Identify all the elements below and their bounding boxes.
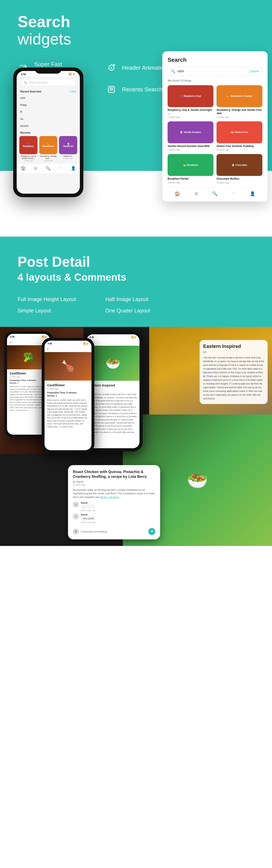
nav-home[interactable]: 🏠 — [21, 166, 26, 170]
modal-nav-grid[interactable]: ⊞ — [194, 191, 198, 196]
results-count: We found 10 blogs — [168, 79, 262, 82]
p3-img: 🥗 — [86, 346, 139, 381]
article-link[interactable]: Month, Lola Berry — [100, 496, 119, 498]
result-4-time: 3 years ago — [217, 148, 262, 151]
layout-haft: Haft Image Layout — [105, 296, 171, 302]
result-3[interactable]: 🥛 Vanilla Sesame Vanilla Infused Sesame … — [168, 121, 213, 151]
result-6[interactable]: 🧁 Chocolate Chocolate Muffins 3 years ag… — [217, 154, 262, 184]
svg-point-7 — [113, 64, 115, 66]
modal-search-input[interactable] — [178, 69, 247, 73]
recent-item-2-label: Strawberry, Orange and ... — [39, 155, 57, 160]
recent-item-2[interactable]: 🍊Strawberry Strawberry, Orange and ... 2… — [39, 136, 57, 162]
nav-profile[interactable]: 👤 — [71, 166, 76, 170]
comment-1: G Guest ... about a year ago — [73, 501, 155, 512]
svg-point-5 — [111, 67, 112, 69]
result-2[interactable]: 🍊 Strawberry Orange Strawberry, Orange a… — [217, 85, 262, 118]
recent-item-3-label: Vanilla Inf... — [59, 155, 77, 157]
modal-nav-profile[interactable]: 👤 — [250, 191, 255, 196]
p2-back[interactable]: ‹ — [45, 346, 91, 352]
search-icon-phone: 🔍 — [24, 81, 27, 84]
comment-1-avatar: G — [73, 501, 79, 507]
phone-mockup: 3:44 📶 🔋 🔍 Search for Items Recent Searc… — [13, 67, 83, 197]
modal-nav-search[interactable]: 🔍 — [212, 191, 218, 196]
p2-prep: Preparation Time: 5 minutes — [47, 392, 89, 394]
modal-nav-heart[interactable]: ♡ — [232, 191, 236, 196]
p2-serves: Serves: 1 — [47, 395, 89, 397]
phone-search-wrapper: 🔍 Search for Items — [17, 76, 80, 89]
recent-item-1-label: Raspberry, Goji & Vanilla Overni... — [19, 155, 37, 160]
p2-title: Cauliflower — [47, 383, 89, 387]
cancel-button[interactable]: Cancel — [249, 69, 259, 73]
hero-section: Search widgets Super Fast Searching — [0, 0, 272, 171]
hero-title: Search widgets — [18, 13, 254, 48]
comment-2-bubble: Very good — [81, 516, 96, 521]
result-6-title: Chocolate Muffins — [217, 177, 262, 181]
p3-title: Eastern Inspired — [89, 383, 137, 387]
recent-searches-label: Recent Searches — [20, 90, 42, 93]
feature-header: Header Animate — [105, 61, 171, 74]
post-title: Post Detail — [18, 254, 254, 270]
eastern-title: Eastern Inspired — [203, 343, 264, 349]
recent-item-3-time: 3 years ago — [59, 157, 77, 159]
header-icon — [105, 62, 117, 74]
recents-icon — [105, 83, 117, 95]
suggestion-3[interactable]: R — [17, 108, 80, 116]
result-6-time: 3 years ago — [217, 181, 262, 184]
result-1-time: 2 years ago — [168, 116, 213, 118]
phone-frame: 3:44 📶 🔋 🔍 Search for Items Recent Searc… — [13, 67, 83, 197]
clear-button[interactable]: Clear — [70, 90, 76, 93]
p2-img: 🍗 — [45, 352, 91, 380]
suggestion-2[interactable]: Rasp — [17, 101, 80, 108]
result-5[interactable]: 🥗 Breakfast Breakfast Parfait 3 years ag… — [168, 154, 213, 184]
result-1[interactable]: 🍇 Raspberry Goji Raspberry, Goji & Vanil… — [168, 85, 213, 118]
p2-time: 3 years ago — [47, 388, 89, 390]
p2-status: 3:45📶🔋 — [45, 341, 91, 346]
recent-item-3[interactable]: 🥛Vanilla Inf Vanilla Inf... 3 years ago — [59, 136, 77, 162]
p3-status: 3:45📶🔋 — [86, 334, 139, 339]
send-button[interactable] — [148, 528, 155, 535]
search-placeholder: Search for Items — [29, 81, 48, 84]
p2-body: Cauliflower 3 years ago Preparation Time… — [45, 380, 91, 431]
recent-item-1[interactable]: 🍇Raspberry Raspberry, Goji & Vanilla Ove… — [19, 136, 37, 162]
recents-section: Recents 🍇Raspberry Raspberry, Goji & Van… — [17, 129, 80, 163]
recent-item-1-time: 2 years ago — [19, 160, 37, 162]
comment-1-time: about a year ago — [81, 509, 96, 512]
comment-input-area[interactable]: G — [73, 526, 155, 535]
results-grid: 🍇 Raspberry Goji Raspberry, Goji & Vanil… — [168, 85, 262, 184]
recents-title: Recents — [19, 131, 77, 134]
nav-heart[interactable]: ♡ — [59, 166, 62, 170]
modal-nav-home[interactable]: 🏠 — [174, 191, 180, 196]
nav-grid[interactable]: ⊞ — [34, 166, 37, 170]
comment-input[interactable] — [81, 530, 146, 533]
phone-bottom-nav: 🏠 ⊞ 🔍 ♡ 👤 — [17, 163, 80, 173]
layouts-grid: Full Image Height Layout Haft Image Layo… — [18, 296, 171, 314]
p3-body: Eastern Inspired us r the last time I ac… — [86, 381, 139, 439]
search-suggestions: vani Rasp R va kimchi — [17, 94, 80, 129]
article-card: Roast Chicken with Quinoa, Pistachio & C… — [68, 465, 160, 539]
recents-grid: 🍇Raspberry Raspberry, Goji & Vanilla Ove… — [19, 136, 77, 162]
nav-search[interactable]: 🔍 — [46, 166, 51, 170]
search-modal: Search 🔍 Cancel We found 10 blogs 🍇 Rasp… — [162, 51, 268, 202]
p3-sub: us — [89, 388, 137, 391]
p1-status: 3:44📶🔋 — [7, 334, 50, 339]
phone-search-bar[interactable]: 🔍 Search for Items — [21, 79, 76, 86]
p2-text: Every once in a while I plate up a dish … — [47, 399, 89, 428]
modal-title: Search — [168, 57, 262, 63]
recent-searches-header: Recent Searches Clear — [17, 89, 80, 94]
p3-back[interactable]: ‹ — [86, 339, 139, 346]
result-5-title: Breakfast Parfait — [168, 177, 213, 181]
result-2-time: 2 years ago — [217, 116, 262, 118]
article-author: by Sarah — [73, 480, 155, 483]
svg-rect-10 — [110, 88, 113, 89]
phone-notch — [35, 67, 61, 73]
modal-search-bar[interactable]: 🔍 Cancel — [168, 67, 262, 76]
suggestion-4[interactable]: va — [17, 116, 80, 122]
comment-2-avatar: G — [73, 513, 79, 520]
article-title: Roast Chicken with Quinoa, Pistachio & C… — [73, 469, 155, 479]
suggestion-5[interactable]: kimchi — [17, 122, 80, 129]
result-4[interactable]: 🍮 Gluten Free Gluten Free Summer Pudding… — [217, 121, 262, 151]
suggestion-1[interactable]: vani — [17, 94, 80, 101]
post-subtitle: 4 layouts & Comments — [18, 271, 254, 283]
article-body: As promised: today on the blog we have a… — [73, 488, 155, 499]
comment-2: G Guest Very good about a year ago — [73, 513, 155, 523]
